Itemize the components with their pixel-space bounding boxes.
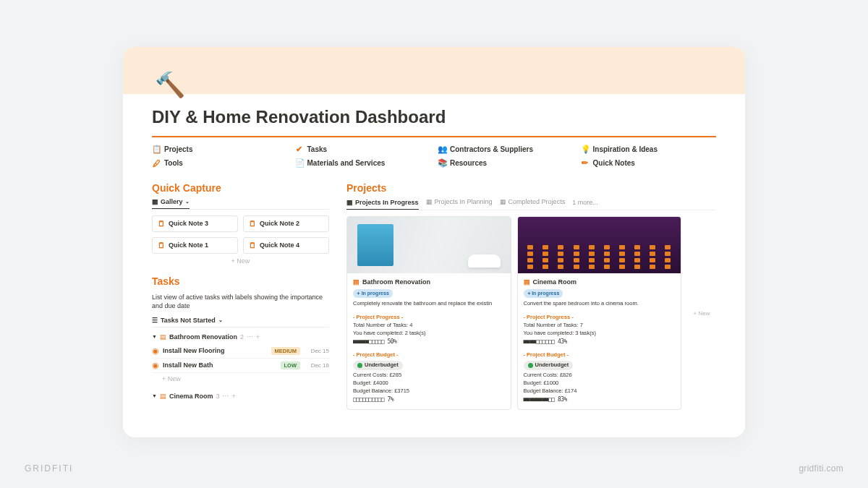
page-title: DIY & Home Renovation Dashboard <box>152 103 716 137</box>
note-card[interactable]: 🗒Quick Note 2 <box>243 215 329 232</box>
note-title: Quick Note 3 <box>169 220 208 227</box>
progress-bar: ■■■■■□□□□□ 50% <box>353 338 505 346</box>
note-title: Quick Note 1 <box>169 241 208 249</box>
project-card[interactable]: ▤Cinema Room In progress Convert the spa… <box>517 216 682 410</box>
board-icon: ▦ <box>346 199 353 206</box>
tab-label: Projects In Planning <box>435 198 493 205</box>
new-note-button[interactable]: + New <box>152 254 329 268</box>
project-card[interactable]: ▤Bathroom Renovation In progress Complet… <box>346 216 511 410</box>
new-task-button[interactable]: + New <box>152 373 329 387</box>
page-icon: ▤ <box>160 393 166 400</box>
brand-logo: GRIDFITI <box>25 463 73 474</box>
page-icon: ▤ <box>160 333 166 341</box>
projects-heading: Projects <box>346 182 716 194</box>
nav-resources[interactable]: 📚Resources <box>438 158 574 168</box>
note-card[interactable]: 🗒Quick Note 1 <box>152 237 238 254</box>
add-icon[interactable]: + <box>256 333 260 341</box>
page-icon: ▤ <box>524 278 530 287</box>
view-label: Gallery <box>161 198 183 205</box>
nav-label: Quick Notes <box>593 159 635 167</box>
gallery-icon: ▦ <box>152 198 158 205</box>
note-icon: 🗒 <box>158 241 165 249</box>
tab-in-progress[interactable]: ▦Projects In Progress <box>346 199 419 210</box>
collapse-icon: ▼ <box>152 334 157 339</box>
progress-header: - Project Progress - <box>353 312 505 322</box>
tasks-icon: ✔ <box>295 145 304 154</box>
budget-balance: Budget Balance: £3715 <box>353 388 505 395</box>
materials-icon: 📄 <box>295 158 304 168</box>
nav-label: Contractors & Suppliers <box>450 145 533 153</box>
quick-capture-heading: Quick Capture <box>152 182 329 194</box>
tab-completed[interactable]: ▦Completed Projects <box>500 198 566 207</box>
budget-balance: Budget Balance: £174 <box>524 388 676 395</box>
tab-label: Projects In Progress <box>355 199 419 206</box>
nav-label: Resources <box>450 159 487 167</box>
checkbox-icon[interactable]: ◉ <box>152 361 159 370</box>
more-icon[interactable]: ⋯ <box>222 393 229 400</box>
note-card[interactable]: 🗒Quick Note 3 <box>152 215 238 232</box>
tab-label: Completed Projects <box>509 198 566 205</box>
note-card[interactable]: 🗒Quick Note 4 <box>243 237 329 254</box>
budget: Budget: £4000 <box>353 380 505 388</box>
group-name: Cinema Room <box>169 393 213 400</box>
new-project-button[interactable]: + New <box>687 216 716 410</box>
add-icon[interactable]: + <box>231 393 235 400</box>
note-title: Quick Note 2 <box>260 220 299 227</box>
task-group-header[interactable]: ▼ ▤ Cinema Room 3 ⋯ + <box>152 387 329 403</box>
nav-contractors[interactable]: 👥Contractors & Suppliers <box>438 145 574 154</box>
page-icon: ▤ <box>353 278 359 287</box>
notes-grid: 🗒Quick Note 3 🗒Quick Note 2 🗒Quick Note … <box>152 210 329 254</box>
task-date: Dec 18 <box>305 362 329 369</box>
chevron-down-icon: ⌄ <box>185 199 190 205</box>
task-group-header[interactable]: ▼ ▤ Bathroom Renovation 2 ⋯ + <box>152 328 329 344</box>
task-title: Install New Bath <box>163 361 281 369</box>
pencil-icon: ✏ <box>581 158 590 168</box>
nav-inspiration[interactable]: 💡Inspiration & Ideas <box>581 145 717 154</box>
tabs-more[interactable]: 1 more... <box>572 199 598 206</box>
project-desc: Convert the spare bedroom into a cinema … <box>524 300 676 312</box>
hammer-icon: 🔨 <box>155 72 185 97</box>
gallery-view-tab[interactable]: ▦ Gallery ⌄ <box>152 198 190 209</box>
nav-label: Tasks <box>307 145 328 153</box>
more-icon[interactable]: ⋯ <box>247 333 253 341</box>
nav-label: Inspiration & Ideas <box>593 145 658 153</box>
tools-icon: 🖊 <box>152 159 161 168</box>
nav-label: Projects <box>164 145 192 153</box>
project-title: Cinema Room <box>533 278 577 287</box>
board-icon: ▦ <box>426 198 433 205</box>
resources-icon: 📚 <box>438 158 446 168</box>
nav-links: 📋Projects ✔Tasks 👥Contractors & Supplier… <box>152 137 716 172</box>
page-footer: GRIDFITI gridfiti.com <box>25 463 843 474</box>
checkbox-icon[interactable]: ◉ <box>152 346 159 356</box>
budget-header: - Project Budget - <box>353 350 505 359</box>
nav-tasks[interactable]: ✔Tasks <box>295 145 431 154</box>
progress-bar: ■■■■□□□□□□ 43% <box>524 338 676 346</box>
tasks-description: List view of active tasks with labels sh… <box>152 291 329 317</box>
note-icon: 🗒 <box>249 220 256 228</box>
tab-planning[interactable]: ▦Projects In Planning <box>426 198 493 207</box>
tasks-view-tab[interactable]: ☰ Tasks Not Started ⌄ <box>152 317 329 328</box>
collapse-icon: ▼ <box>152 393 157 398</box>
nav-materials[interactable]: 📄Materials and Services <box>295 158 431 168</box>
task-title: Install New Flooring <box>163 347 271 354</box>
budget-status: Underbudget <box>524 361 574 370</box>
nav-label: Materials and Services <box>307 159 386 167</box>
nav-projects[interactable]: 📋Projects <box>152 145 288 154</box>
note-icon: 🗒 <box>249 241 256 249</box>
nav-quicknotes[interactable]: ✏Quick Notes <box>581 158 717 168</box>
task-row[interactable]: ◉ Install New Bath LOW Dec 18 <box>152 359 329 373</box>
board-icon: ▦ <box>500 198 506 205</box>
priority-tag: LOW <box>281 361 301 369</box>
nav-tools[interactable]: 🖊Tools <box>152 158 288 168</box>
budget-status: Underbudget <box>353 361 403 370</box>
project-cover <box>347 217 511 273</box>
completed-tasks: You have completed: 2 task(s) <box>353 330 505 338</box>
bulb-icon: 💡 <box>581 145 590 154</box>
current-costs: Current Costs: £826 <box>524 372 676 380</box>
nav-label: Tools <box>164 159 183 167</box>
tasks-heading: Tasks <box>152 275 329 287</box>
note-title: Quick Note 4 <box>260 241 299 249</box>
app-window: 🔨 DIY & Home Renovation Dashboard 📋Proje… <box>123 47 745 437</box>
task-row[interactable]: ◉ Install New Flooring MEDIUM Dec 15 <box>152 344 329 359</box>
group-count: 2 <box>240 333 244 341</box>
